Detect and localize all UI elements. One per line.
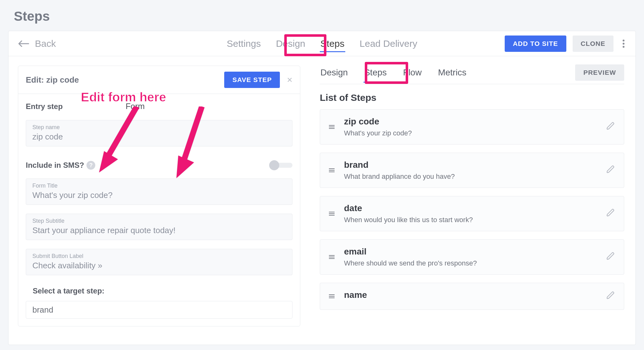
submit-label-field[interactable]: Submit Button Label [26,249,292,275]
subtitle-field[interactable]: Step Subtitle [26,214,292,240]
step-name: brand [344,160,597,170]
step-text: dateWhen would you like this us to start… [344,203,597,224]
step-name: email [344,247,597,257]
step-subtitle: What brand appliance do you have? [344,172,597,181]
drag-handle-icon[interactable] [329,168,335,172]
subtab-metrics[interactable]: Metrics [437,66,467,79]
clone-button[interactable]: CLONE [573,36,614,52]
edit-pencil-icon[interactable] [606,291,615,302]
step-subtitle: Where should we send the pro's response? [344,259,597,267]
target-step-select[interactable]: brand [26,301,292,319]
more-menu-icon[interactable] [620,38,627,50]
step-text: brandWhat brand appliance do you have? [344,160,597,181]
edit-panel: Edit: zip code SAVE STEP × Entry step Fo… [18,66,300,326]
submit-label-label: Submit Button Label [32,253,286,260]
subtitle-input[interactable] [32,226,286,235]
step-name: name [344,290,597,300]
tab-design[interactable]: Design [275,36,306,51]
step-text: name [344,290,597,303]
help-icon[interactable]: ? [86,161,95,170]
step-name-label: Step name [32,124,286,131]
arrow-left-icon [18,41,29,47]
form-title-field[interactable]: Form Title [26,178,292,205]
include-sms-toggle[interactable] [270,163,292,168]
step-list: zip codeWhat's your zip code?brandWhat b… [320,109,624,310]
step-subtitle: What's your zip code? [344,129,597,137]
submit-label-input[interactable] [32,261,286,271]
back-button[interactable]: Back [18,38,56,49]
subtab-steps[interactable]: Steps [364,66,387,79]
edit-pencil-icon[interactable] [606,252,615,262]
edit-pencil-icon[interactable] [606,208,615,219]
include-sms-label: Include in SMS? [26,161,84,170]
edit-pencil-icon[interactable] [606,165,615,176]
page-title: Steps [0,0,644,31]
form-title-label: Form Title [32,183,286,189]
step-card[interactable]: dateWhen would you like this us to start… [320,196,624,231]
step-subtitle: When would you like this us to start wor… [344,216,597,224]
subtab-design[interactable]: Design [320,66,348,79]
left-column: Edit: zip code SAVE STEP × Entry step Fo… [8,56,310,345]
edit-panel-body: Entry step Form Step name Include in SMS… [18,94,300,326]
step-card[interactable]: name [320,283,624,310]
step-card[interactable]: emailWhere should we send the pro's resp… [320,239,624,275]
back-label: Back [35,38,56,49]
sub-tabs: Design Steps Flow Metrics PREVIEW [320,64,624,84]
close-icon[interactable]: × [287,75,292,85]
drag-handle-icon[interactable] [329,212,335,216]
step-card[interactable]: zip codeWhat's your zip code? [320,109,624,145]
top-bar: Back Settings Design Steps Lead Delivery… [8,31,636,56]
subtitle-label: Step Subtitle [32,218,286,224]
edit-pencil-icon[interactable] [606,122,615,132]
step-name: date [344,203,597,213]
step-name-field[interactable]: Step name [26,120,292,146]
main-panel: Back Settings Design Steps Lead Delivery… [8,31,636,345]
target-step-value: brand [32,305,53,315]
tab-lead-delivery[interactable]: Lead Delivery [359,36,418,51]
edit-panel-title: Edit: zip code [26,75,79,85]
body: Edit: zip code SAVE STEP × Entry step Fo… [8,56,636,345]
drag-handle-icon[interactable] [329,255,335,259]
entry-step-label: Entry step [26,102,63,111]
drag-handle-icon[interactable] [329,125,335,129]
step-text: emailWhere should we send the pro's resp… [344,247,597,267]
step-name-input[interactable] [32,132,286,142]
edit-panel-header: Edit: zip code SAVE STEP × [18,66,300,94]
subtab-flow[interactable]: Flow [402,66,422,79]
save-step-button[interactable]: SAVE STEP [224,72,280,88]
form-type-chip: Form [125,101,145,111]
select-target-label: Select a target step: [33,287,292,295]
tab-steps[interactable]: Steps [320,36,345,51]
top-actions: ADD TO SITE CLONE [505,36,629,52]
list-of-steps-title: List of Steps [320,92,624,103]
step-text: zip codeWhat's your zip code? [344,117,597,137]
form-title-input[interactable] [32,190,286,200]
add-to-site-button[interactable]: ADD TO SITE [505,36,566,52]
tab-settings[interactable]: Settings [226,36,261,51]
right-column: Design Steps Flow Metrics PREVIEW List o… [310,56,636,345]
step-card[interactable]: brandWhat brand appliance do you have? [320,153,624,188]
include-sms-row: Include in SMS? ? [26,161,292,170]
preview-button[interactable]: PREVIEW [575,64,624,81]
drag-handle-icon[interactable] [329,294,335,298]
step-name: zip code [344,117,597,127]
